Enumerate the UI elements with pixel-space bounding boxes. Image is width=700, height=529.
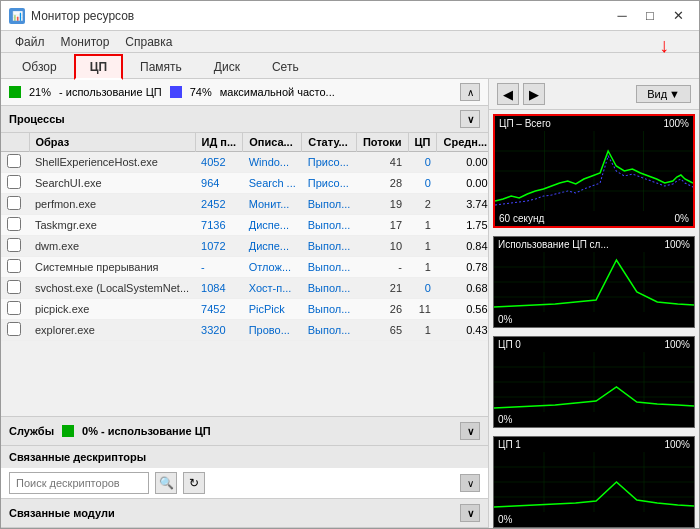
- row-checkbox-cell[interactable]: [1, 215, 29, 236]
- row-status: Выпол...: [302, 278, 357, 299]
- row-checkbox[interactable]: [7, 154, 21, 168]
- status-expand-button[interactable]: ∧: [460, 83, 480, 101]
- col-status[interactable]: Стату...: [302, 133, 357, 152]
- col-avg[interactable]: Средн...: [437, 133, 488, 152]
- title-bar: 📊 Монитор ресурсов ─ □ ✕: [1, 1, 699, 31]
- row-threads: 28: [356, 173, 408, 194]
- modules-collapse-btn[interactable]: ∨: [460, 504, 480, 522]
- tab-cpu[interactable]: ЦП: [74, 54, 123, 80]
- descriptors-header[interactable]: Связанные дескрипторы: [1, 446, 488, 468]
- view-dropdown-button[interactable]: Вид ▼: [636, 85, 691, 103]
- row-checkbox-cell[interactable]: [1, 152, 29, 173]
- cpu-usage-canvas: [494, 252, 694, 312]
- minimize-button[interactable]: ─: [609, 6, 635, 26]
- col-pid[interactable]: ИД п...: [195, 133, 243, 152]
- cpu-total-canvas: [495, 131, 693, 211]
- row-checkbox[interactable]: [7, 196, 21, 210]
- row-image: Taskmgr.exe: [29, 215, 195, 236]
- menu-bar: Файл Монитор Справка: [1, 31, 699, 53]
- row-checkbox[interactable]: [7, 322, 21, 336]
- cpu-freq-pct: 74%: [190, 86, 212, 98]
- descriptors-collapse-btn[interactable]: ∨: [460, 474, 480, 492]
- row-checkbox-cell[interactable]: [1, 173, 29, 194]
- table-row[interactable]: picpick.exe 7452 PicPick Выпол... 26 11 …: [1, 299, 488, 320]
- table-row[interactable]: SearchUI.exe 964 Search ... Присо... 28 …: [1, 173, 488, 194]
- tab-disk[interactable]: Диск: [199, 55, 255, 78]
- table-header-row: Образ ИД п... Описа... Стату... Потоки Ц…: [1, 133, 488, 152]
- window-controls: ─ □ ✕: [609, 6, 691, 26]
- tab-overview[interactable]: Обзор: [7, 55, 72, 78]
- table-row[interactable]: Taskmgr.exe 7136 Диспе... Выпол... 17 1 …: [1, 215, 488, 236]
- row-image: perfmon.exe: [29, 194, 195, 215]
- table-row[interactable]: explorer.exe 3320 Прово... Выпол... 65 1…: [1, 320, 488, 341]
- row-desc: Search ...: [243, 173, 302, 194]
- services-collapse-btn[interactable]: ∨: [460, 422, 480, 440]
- services-green-indicator: [62, 425, 74, 437]
- refresh-button[interactable]: ↻: [183, 472, 205, 494]
- cpu-total-header: ЦП – Всего 100%: [495, 116, 693, 131]
- row-pid: -: [195, 257, 243, 278]
- row-avg: 0.00: [437, 152, 488, 173]
- row-checkbox[interactable]: [7, 301, 21, 315]
- close-button[interactable]: ✕: [665, 6, 691, 26]
- table-row[interactable]: perfmon.exe 2452 Монит... Выпол... 19 2 …: [1, 194, 488, 215]
- maximize-button[interactable]: □: [637, 6, 663, 26]
- tab-memory[interactable]: Память: [125, 55, 197, 78]
- search-icon-button[interactable]: 🔍: [155, 472, 177, 494]
- processes-section: Процессы ∨ Образ ИД п... Описа... Стату.…: [1, 106, 488, 416]
- main-window: 📊 Монитор ресурсов ─ □ ✕ Файл Монитор Сп…: [0, 0, 700, 529]
- row-avg: 0.43: [437, 320, 488, 341]
- row-checkbox[interactable]: [7, 238, 21, 252]
- row-threads: 19: [356, 194, 408, 215]
- col-desc[interactable]: Описа...: [243, 133, 302, 152]
- services-section: Службы 0% - использование ЦП ∨: [1, 417, 488, 446]
- tab-network[interactable]: Сеть: [257, 55, 314, 78]
- processes-expand-button[interactable]: ∨: [460, 110, 480, 128]
- menu-monitor[interactable]: Монитор: [53, 33, 118, 51]
- row-checkbox[interactable]: [7, 259, 21, 273]
- menu-help[interactable]: Справка: [117, 33, 180, 51]
- services-header[interactable]: Службы 0% - использование ЦП ∨: [1, 417, 488, 445]
- cpu-usage-title: Использование ЦП сл...: [498, 239, 609, 250]
- col-image[interactable]: Образ: [29, 133, 195, 152]
- right-panel: ◀ ▶ Вид ▼ ЦП – Всего 100%: [489, 79, 699, 528]
- descriptors-label: Связанные дескрипторы: [9, 451, 146, 463]
- nav-forward-button[interactable]: ▶: [523, 83, 545, 105]
- row-pid: 3320: [195, 320, 243, 341]
- table-row[interactable]: svchost.exe (LocalSystemNet... 1084 Хост…: [1, 278, 488, 299]
- cpu-total-time: 60 секунд: [499, 213, 544, 224]
- descriptors-search-input[interactable]: [9, 472, 149, 494]
- row-desc: Отлож...: [243, 257, 302, 278]
- row-pid: 1072: [195, 236, 243, 257]
- row-status: Присо...: [302, 173, 357, 194]
- row-checkbox-cell[interactable]: [1, 257, 29, 278]
- table-row[interactable]: ShellExperienceHost.exe 4052 Windо... Пр…: [1, 152, 488, 173]
- col-threads[interactable]: Потоки: [356, 133, 408, 152]
- menu-file[interactable]: Файл: [7, 33, 53, 51]
- table-row[interactable]: dwm.exe 1072 Диспе... Выпол... 10 1 0.84: [1, 236, 488, 257]
- row-image: svchost.exe (LocalSystemNet...: [29, 278, 195, 299]
- row-checkbox-cell[interactable]: [1, 194, 29, 215]
- cpu0-min: 0%: [498, 414, 512, 425]
- row-checkbox[interactable]: [7, 217, 21, 231]
- row-avg: 0.68: [437, 278, 488, 299]
- col-cpu[interactable]: ЦП: [408, 133, 437, 152]
- modules-header[interactable]: Связанные модули ∨: [1, 499, 488, 527]
- row-avg: 0.00: [437, 173, 488, 194]
- cpu0-max: 100%: [664, 339, 690, 350]
- row-cpu: 11: [408, 299, 437, 320]
- row-checkbox-cell[interactable]: [1, 320, 29, 341]
- row-checkbox-cell[interactable]: [1, 299, 29, 320]
- row-checkbox[interactable]: [7, 175, 21, 189]
- row-checkbox-cell[interactable]: [1, 278, 29, 299]
- row-cpu: 0: [408, 152, 437, 173]
- row-checkbox-cell[interactable]: [1, 236, 29, 257]
- row-checkbox[interactable]: [7, 280, 21, 294]
- view-chevron-icon: ▼: [669, 88, 680, 100]
- col-checkbox[interactable]: [1, 133, 29, 152]
- cpu-blue-indicator: [170, 86, 182, 98]
- row-threads: 10: [356, 236, 408, 257]
- row-image: ShellExperienceHost.exe: [29, 152, 195, 173]
- nav-back-button[interactable]: ◀: [497, 83, 519, 105]
- table-row[interactable]: Системные прерывания - Отлож... Выпол...…: [1, 257, 488, 278]
